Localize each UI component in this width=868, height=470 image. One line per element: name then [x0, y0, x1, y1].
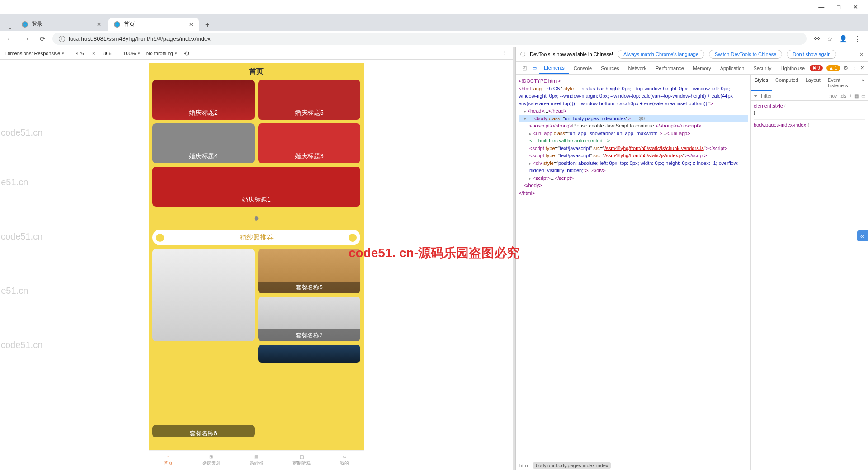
tab-network[interactable]: Network: [624, 63, 651, 74]
wedding-card-wide[interactable]: 婚庆标题1: [152, 167, 360, 207]
tabbar-photo[interactable]: ▤婚纱照: [250, 454, 263, 466]
switch-chinese-button[interactable]: Switch DevTools to Chinese: [709, 50, 782, 59]
dimensions-dropdown[interactable]: Dimensions: Responsive: [5, 51, 64, 56]
filter-input[interactable]: [761, 93, 826, 99]
tab-event-listeners[interactable]: Event Listeners: [824, 75, 858, 91]
close-icon[interactable]: ✕: [97, 21, 101, 28]
styles-rules[interactable]: element.style {}body.pages-index-index {…: [751, 101, 868, 470]
section-title: 婚纱照推荐: [152, 230, 360, 245]
device-icon[interactable]: ▭: [861, 94, 865, 99]
styles-filter: ⏷ :hov .cls + ▦ ▭: [751, 91, 868, 101]
info-icon: ⓘ: [520, 51, 525, 58]
profile-icon[interactable]: 👤: [839, 35, 848, 43]
browser-tab-home[interactable]: 🌐 首页 ✕: [108, 18, 199, 31]
close-icon[interactable]: ✕: [189, 21, 193, 28]
tab-computed[interactable]: Computed: [772, 75, 802, 91]
back-button[interactable]: ←: [4, 33, 16, 45]
devtools-body: <!DOCTYPE html> <html lang="zh-CN" style…: [516, 75, 868, 470]
window-close[interactable]: ✕: [847, 1, 864, 13]
tabbar: ⌂首页 ⊞婚庆策划 ▤婚纱照 ◫定制蛋糕 ☺我的: [149, 450, 364, 470]
width-input[interactable]: [71, 51, 90, 56]
tab-sources[interactable]: Sources: [596, 63, 623, 74]
forward-button[interactable]: →: [20, 33, 33, 45]
zoom-dropdown[interactable]: 100%: [123, 51, 140, 56]
cake-icon: ◫: [300, 454, 304, 459]
wedding-card[interactable]: 婚庆标题5: [258, 80, 360, 120]
filter-icon: ⏷: [754, 94, 758, 99]
tab-lighthouse[interactable]: Lighthouse: [776, 63, 809, 74]
photo-card[interactable]: [258, 345, 360, 363]
menu-icon[interactable]: ⋮: [852, 65, 857, 71]
throttling-dropdown[interactable]: No throttling: [146, 51, 177, 56]
tabbar-home[interactable]: ⌂首页: [164, 454, 173, 466]
menu-icon[interactable]: ⋮: [854, 35, 861, 43]
tab-application[interactable]: Application: [716, 63, 749, 74]
dont-show-button[interactable]: Don't show again: [787, 50, 836, 59]
bookmark-icon[interactable]: ☆: [827, 35, 833, 43]
reload-button[interactable]: ⟳: [36, 33, 49, 45]
dimension-inputs: ×: [71, 51, 117, 56]
window-minimize[interactable]: —: [812, 1, 830, 13]
tab-security[interactable]: Security: [749, 63, 776, 74]
wedding-card[interactable]: 婚庆标题2: [152, 80, 255, 120]
browser-tab-login[interactable]: 🌐 登录 ✕: [16, 18, 107, 31]
inspect-icon[interactable]: ◰: [519, 65, 529, 71]
page-title: 首页: [149, 63, 364, 80]
grid-icon: ⊞: [209, 454, 213, 459]
gear-icon[interactable]: ⚙: [844, 65, 848, 71]
devtools-tabs: ◰ ▭ Elements Console Sources Network Per…: [516, 62, 868, 75]
computed-toggle-icon[interactable]: ▦: [854, 94, 859, 99]
error-count[interactable]: ✖ 9: [810, 65, 822, 71]
tab-title: 登录: [32, 20, 42, 28]
close-icon[interactable]: ✕: [860, 65, 864, 71]
cls-button[interactable]: .cls: [840, 94, 846, 99]
more-tabs[interactable]: »: [858, 75, 868, 91]
tab-memory[interactable]: Memory: [689, 63, 716, 74]
extension-icon[interactable]: 👁: [814, 35, 821, 43]
float-button[interactable]: ∞: [857, 230, 868, 241]
tab-performance[interactable]: Performance: [651, 63, 689, 74]
window-maximize[interactable]: □: [830, 1, 847, 13]
device-toolbar: Dimensions: Responsive × 100% No throttl…: [0, 47, 513, 60]
tab-elements[interactable]: Elements: [539, 62, 569, 74]
tabbar-cake[interactable]: ◫定制蛋糕: [292, 454, 311, 466]
hov-button[interactable]: :hov: [828, 94, 837, 99]
tab-title: 首页: [124, 20, 135, 28]
devtools-panel: ⓘ DevTools is now available in Chinese! …: [515, 47, 868, 470]
devtools-banner: ⓘ DevTools is now available in Chinese! …: [516, 47, 868, 62]
tab-search-icon[interactable]: ⌄: [4, 24, 16, 31]
tab-console[interactable]: Console: [569, 63, 596, 74]
close-icon[interactable]: ✕: [859, 52, 863, 57]
tab-styles[interactable]: Styles: [751, 75, 772, 91]
styles-panel: Styles Computed Layout Event Listeners »…: [750, 75, 868, 470]
device-menu-icon[interactable]: ⋮: [502, 50, 507, 56]
height-input[interactable]: [98, 51, 117, 56]
wedding-card[interactable]: 婚庆标题3: [258, 123, 360, 163]
home-icon: ⌂: [167, 454, 170, 459]
dom-breadcrumb[interactable]: html body.uni-body.pages-index-index: [516, 461, 750, 470]
tab-layout[interactable]: Layout: [802, 75, 824, 91]
wedding-card[interactable]: 婚庆标题4: [152, 123, 255, 163]
device-toggle-icon[interactable]: ▭: [529, 65, 539, 71]
address-bar: ← → ⟳ i localhost:8081/ssm48yhg/front/h5…: [0, 31, 868, 47]
carousel-dots[interactable]: ●: [149, 210, 364, 226]
viewport: code51.cn code51.cn code51.cn code51.cn …: [0, 60, 513, 470]
tabbar-mine[interactable]: ☺我的: [340, 454, 349, 466]
dom-tree[interactable]: <!DOCTYPE html> <html lang="zh-CN" style…: [516, 75, 750, 461]
tabbar-planning[interactable]: ⊞婚庆策划: [202, 454, 220, 466]
photo-icon: ▤: [254, 454, 258, 459]
site-info-icon[interactable]: i: [59, 36, 65, 42]
photo-card[interactable]: 套餐名称2: [258, 297, 360, 341]
rotate-icon[interactable]: ⟲: [184, 50, 189, 57]
warning-count[interactable]: ▲ 1: [826, 65, 840, 71]
new-rule-icon[interactable]: +: [849, 94, 852, 99]
photo-grid: 套餐名称5 套餐名称2: [149, 249, 364, 363]
url-input[interactable]: i localhost:8081/ssm48yhg/front/h5/#/pag…: [52, 33, 807, 45]
styles-tabs: Styles Computed Layout Event Listeners »: [751, 75, 868, 91]
photo-card[interactable]: 套餐名称5: [258, 249, 360, 293]
match-language-button[interactable]: Always match Chrome's language: [618, 50, 704, 59]
main-content: Dimensions: Responsive × 100% No throttl…: [0, 47, 868, 470]
new-tab-button[interactable]: +: [201, 19, 214, 31]
photo-card[interactable]: [152, 249, 255, 341]
window-titlebar: — □ ✕: [0, 0, 868, 14]
